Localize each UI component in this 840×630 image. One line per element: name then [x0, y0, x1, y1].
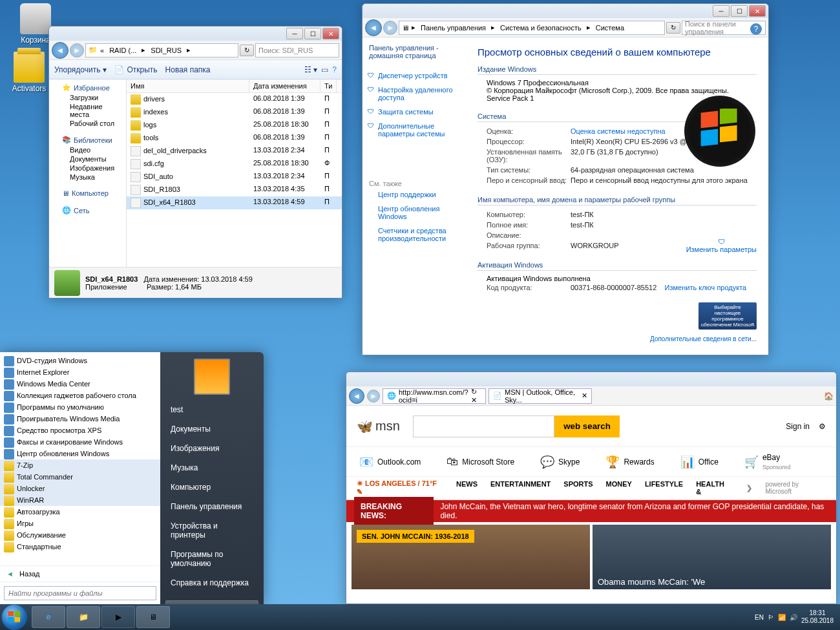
- change-settings-link[interactable]: 🛡Изменить параметры: [686, 238, 757, 253]
- start-right-item[interactable]: Программы по умолчанию: [160, 545, 264, 573]
- msn-nav-item[interactable]: MONEY: [606, 480, 632, 496]
- news-story[interactable]: Obama mourns McCain: 'We: [593, 525, 831, 589]
- start-program-item[interactable]: Коллекция гаджетов рабочего стола: [0, 390, 160, 401]
- tray-network-icon[interactable]: 📶: [778, 614, 786, 621]
- file-row[interactable]: SDI_R180313.03.2018 4:35П: [127, 184, 342, 196]
- refresh-button[interactable]: ↻: [240, 45, 254, 56]
- nav-item[interactable]: Рабочий стол: [52, 119, 123, 128]
- device-manager-link[interactable]: Диспетчер устройств: [369, 68, 459, 83]
- system-protection-link[interactable]: Защита системы: [369, 105, 459, 119]
- nav-forward-button[interactable]: ►: [70, 43, 84, 58]
- nav-computer[interactable]: 🖥 Компьютер: [52, 188, 123, 198]
- nav-item[interactable]: Изображения: [52, 163, 123, 173]
- nav-network[interactable]: 🌐 Сеть: [52, 205, 123, 216]
- new-folder-button[interactable]: Новая папка: [165, 65, 211, 74]
- start-program-item[interactable]: Игры: [0, 518, 160, 529]
- file-row[interactable]: sdi.cfg25.08.2018 18:30Ф: [127, 158, 342, 171]
- nav-next-icon[interactable]: ❯: [746, 484, 752, 492]
- start-program-item[interactable]: Центр обновления Windows: [0, 448, 160, 459]
- breaking-news-bar[interactable]: BREAKING NEWS: John McCain, the Vietnam …: [346, 500, 836, 522]
- start-program-item[interactable]: Windows Media Center: [0, 378, 160, 390]
- more-online-link[interactable]: Дополнительные сведения в сети...: [650, 335, 757, 342]
- breadcrumb-seg[interactable]: Панель управления: [418, 24, 488, 32]
- news-story[interactable]: SEN. JOHN MCCAIN: 1936-2018: [352, 525, 590, 589]
- start-right-item[interactable]: Устройства и принтеры: [160, 516, 264, 545]
- ie-titlebar[interactable]: ─: [346, 372, 836, 386]
- start-program-item[interactable]: Обслуживание: [0, 529, 160, 541]
- perfmon-link[interactable]: Счетчики и средства производительности: [369, 224, 459, 246]
- help-button[interactable]: ?: [332, 65, 337, 74]
- search-input[interactable]: Поиск: SDI_RUS: [255, 43, 339, 58]
- settings-icon[interactable]: ⚙: [819, 422, 826, 431]
- file-row[interactable]: SDI_x64_R180313.03.2018 4:59П: [127, 196, 342, 209]
- nav-back-button[interactable]: ◄: [365, 19, 382, 36]
- msn-nav-item[interactable]: LIFESTYLE: [645, 480, 683, 496]
- change-key-link[interactable]: Изменить ключ продукта: [665, 284, 747, 291]
- nav-back-button[interactable]: ◄: [349, 388, 364, 404]
- nav-item[interactable]: Музыка: [52, 173, 123, 182]
- nav-item[interactable]: Недавние места: [52, 102, 123, 119]
- start-right-item[interactable]: Компьютер: [160, 478, 264, 497]
- start-program-item[interactable]: Автозагрузка: [0, 506, 160, 518]
- nav-libraries[interactable]: 📚 Библиотеки: [52, 134, 123, 145]
- file-row[interactable]: logs25.08.2018 18:30П: [127, 119, 342, 132]
- organize-button[interactable]: Упорядочить ▾: [54, 65, 107, 74]
- start-program-item[interactable]: Программы по умолчанию: [0, 401, 160, 413]
- close-button[interactable]: ✕: [749, 5, 766, 17]
- start-program-item[interactable]: Unlocker: [0, 483, 160, 494]
- tray-flag-icon[interactable]: 🏳: [768, 614, 774, 621]
- minimize-button[interactable]: ─: [713, 5, 730, 17]
- open-button[interactable]: 📄 Открыть: [114, 65, 157, 74]
- sysprop-titlebar[interactable]: ─ ☐ ✕: [362, 4, 768, 18]
- genuine-badge[interactable]: Выбирайте настоящее программное обеспече…: [698, 302, 757, 330]
- taskbar-ie[interactable]: e: [32, 606, 65, 628]
- remote-settings-link[interactable]: Настройка удаленного доступа: [369, 83, 459, 105]
- address-bar[interactable]: 📁 « RAID (... ▸ SDI_RUS ▸: [85, 43, 238, 58]
- minimize-button[interactable]: ─: [286, 28, 303, 39]
- msn-link[interactable]: 🛍Microsoft Store: [446, 455, 514, 468]
- nav-item[interactable]: Загрузки: [52, 93, 123, 102]
- help-button[interactable]: ?: [750, 23, 762, 35]
- start-program-item[interactable]: Средство просмотра XPS: [0, 425, 160, 436]
- start-right-item[interactable]: Документы: [160, 419, 264, 439]
- nav-back-button[interactable]: ◄: [52, 42, 68, 59]
- msn-search-input[interactable]: [413, 415, 554, 437]
- nav-item[interactable]: Видео: [52, 145, 123, 154]
- view-button[interactable]: ☷ ▾: [304, 65, 317, 74]
- maximize-button[interactable]: ☐: [304, 28, 321, 39]
- taskbar-explorer[interactable]: 📁: [67, 606, 100, 628]
- tray-lang[interactable]: EN: [755, 614, 764, 621]
- action-center-link[interactable]: Центр поддержки: [369, 187, 459, 202]
- preview-button[interactable]: ▭: [321, 65, 328, 74]
- start-program-item[interactable]: WinRAR: [0, 494, 160, 506]
- nav-forward-button[interactable]: ►: [367, 390, 380, 403]
- url-bar[interactable]: 🌐 http://www.msn.com/?ocid=i ↻ ✕: [383, 388, 486, 404]
- col-type[interactable]: Ти: [320, 79, 337, 92]
- msn-link[interactable]: 📧Outlook.com: [359, 455, 421, 469]
- col-modified[interactable]: Дата изменения: [249, 79, 320, 92]
- nav-forward-button[interactable]: ►: [383, 21, 397, 35]
- advanced-settings-link[interactable]: Дополнительные параметры системы: [369, 119, 459, 141]
- nav-favorites[interactable]: ⭐ Избранное: [52, 82, 123, 93]
- signin-link[interactable]: Sign in: [786, 422, 810, 431]
- breadcrumb-seg[interactable]: SDI_RUS: [148, 47, 184, 54]
- start-program-item[interactable]: DVD-студия Windows: [0, 355, 160, 366]
- tray-sound-icon[interactable]: 🔊: [790, 614, 797, 621]
- taskbar-wmp[interactable]: ▶: [101, 606, 135, 628]
- start-program-item[interactable]: Internet Explorer: [0, 366, 160, 378]
- start-program-item[interactable]: 7-Zip: [0, 459, 160, 471]
- breadcrumb-seg[interactable]: RAID (...: [107, 47, 139, 54]
- start-right-item[interactable]: Справка и поддержка: [160, 573, 264, 593]
- browser-tab[interactable]: 📄 MSN | Outlook, Office, Sky... ✕: [488, 388, 592, 404]
- msn-link[interactable]: 🛒eBaySponsored: [744, 453, 791, 471]
- msn-nav-item[interactable]: HEALTH &: [696, 480, 727, 496]
- breadcrumb-seg[interactable]: Система и безопасность: [498, 24, 584, 32]
- start-program-item[interactable]: Total Commander: [0, 471, 160, 483]
- close-button[interactable]: ✕: [322, 28, 339, 39]
- home-icon[interactable]: 🏠: [824, 392, 834, 401]
- file-row[interactable]: SDI_auto13.03.2018 2:34П: [127, 171, 342, 184]
- msn-link[interactable]: 🏆Rewards: [605, 455, 654, 469]
- web-search-button[interactable]: web search: [554, 415, 620, 437]
- start-right-item[interactable]: Панель управления: [160, 497, 264, 516]
- breadcrumb-seg[interactable]: Система: [593, 24, 627, 32]
